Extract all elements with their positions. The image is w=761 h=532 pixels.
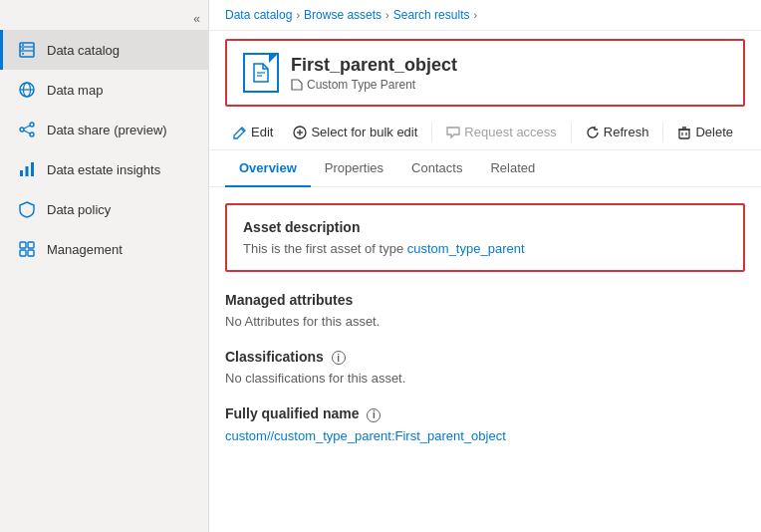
bulk-edit-button[interactable]: Select for bulk edit [285, 121, 425, 143]
breadcrumb-search-results[interactable]: Search results [393, 8, 470, 22]
map-icon [17, 80, 37, 100]
asset-type-label: Custom Type Parent [291, 78, 457, 92]
chat-icon [446, 126, 460, 139]
management-icon [17, 239, 37, 259]
breadcrumb-data-catalog[interactable]: Data catalog [225, 8, 292, 22]
refresh-button[interactable]: Refresh [578, 121, 657, 143]
tab-contacts[interactable]: Contacts [397, 150, 476, 187]
asset-title-group: First_parent_object Custom Type Parent [291, 55, 457, 92]
sidebar: « Data catalog Data map Data share (prev… [0, 0, 209, 532]
svg-rect-16 [31, 162, 34, 176]
sidebar-item-data-map[interactable]: Data map [0, 70, 208, 110]
fully-qualified-name-info-icon[interactable]: i [367, 408, 380, 422]
toolbar-separator-1 [431, 123, 432, 142]
fully-qualified-name-title: Fully qualified name i [225, 405, 745, 421]
asset-description-title: Asset description [243, 219, 727, 235]
svg-point-3 [22, 44, 24, 46]
toolbar-separator-3 [662, 123, 663, 142]
breadcrumb-sep-3: › [473, 9, 477, 21]
tab-properties[interactable]: Properties [311, 150, 397, 187]
sidebar-item-label: Data policy [47, 202, 111, 217]
tab-related[interactable]: Related [476, 150, 549, 187]
catalog-icon [17, 40, 37, 60]
insights-icon [17, 159, 37, 179]
svg-rect-14 [20, 170, 23, 176]
toolbar-separator-2 [571, 123, 572, 142]
breadcrumb-sep-1: › [296, 9, 300, 21]
fully-qualified-name-value: custom//custom_type_parent:First_parent_… [225, 428, 745, 443]
asset-type-link[interactable]: custom_type_parent [407, 241, 525, 256]
sidebar-item-label: Data share (preview) [47, 123, 167, 137]
content-area: Asset description This is the first asse… [209, 187, 761, 532]
sidebar-collapse-button[interactable]: « [0, 8, 208, 30]
svg-line-12 [24, 126, 30, 129]
svg-point-5 [22, 53, 24, 55]
tab-overview[interactable]: Overview [225, 150, 311, 187]
svg-rect-19 [20, 250, 26, 256]
delete-button[interactable]: Delete [669, 121, 741, 143]
svg-rect-17 [20, 242, 26, 248]
sidebar-item-label: Management [47, 242, 123, 257]
svg-point-9 [30, 123, 34, 127]
asset-name: First_parent_object [291, 55, 457, 76]
breadcrumb-sep-2: › [385, 9, 389, 21]
sidebar-item-data-catalog[interactable]: Data catalog [0, 30, 208, 70]
edit-icon [233, 126, 247, 139]
svg-line-13 [24, 131, 30, 133]
classifications-empty: No classifications for this asset. [225, 371, 745, 386]
asset-type-icon [243, 53, 279, 93]
request-access-button[interactable]: Request access [438, 121, 565, 143]
svg-point-4 [22, 48, 24, 50]
classifications-section: Classifications i No classifications for… [225, 349, 745, 386]
managed-attributes-empty: No Attributes for this asset. [225, 314, 745, 329]
plus-circle-icon [293, 126, 307, 139]
sidebar-item-data-policy[interactable]: Data policy [0, 189, 208, 229]
sidebar-item-management[interactable]: Management [0, 229, 208, 269]
delete-icon [677, 126, 691, 139]
policy-icon [17, 199, 37, 219]
asset-header: First_parent_object Custom Type Parent [225, 39, 745, 107]
tabs: Overview Properties Contacts Related [209, 150, 761, 187]
refresh-icon [586, 126, 600, 139]
svg-point-10 [20, 128, 24, 132]
share-icon [17, 120, 37, 139]
svg-rect-15 [26, 166, 29, 176]
breadcrumb: Data catalog › Browse assets › Search re… [209, 0, 761, 31]
sidebar-item-data-share[interactable]: Data share (preview) [0, 110, 208, 149]
breadcrumb-browse-assets[interactable]: Browse assets [304, 8, 381, 22]
asset-type-icon-small [291, 79, 303, 91]
sidebar-item-label: Data estate insights [47, 162, 160, 177]
managed-attributes-section: Managed attributes No Attributes for thi… [225, 292, 745, 329]
sidebar-item-label: Data catalog [47, 43, 120, 58]
svg-point-11 [30, 133, 34, 136]
classifications-info-icon[interactable]: i [332, 351, 346, 365]
sidebar-item-label: Data map [47, 83, 103, 98]
asset-description-section: Asset description This is the first asse… [225, 203, 745, 272]
main-content: Data catalog › Browse assets › Search re… [209, 0, 761, 532]
fully-qualified-name-section: Fully qualified name i custom//custom_ty… [225, 405, 745, 442]
svg-rect-27 [679, 130, 689, 138]
managed-attributes-title: Managed attributes [225, 292, 745, 308]
classifications-title: Classifications i [225, 349, 745, 365]
toolbar: Edit Select for bulk edit Request access… [209, 115, 761, 150]
edit-button[interactable]: Edit [225, 121, 281, 143]
sidebar-item-data-estate[interactable]: Data estate insights [0, 149, 208, 189]
asset-description-text: This is the first asset of type custom_t… [243, 241, 727, 256]
svg-rect-20 [28, 250, 34, 256]
svg-rect-18 [28, 242, 34, 248]
fully-qualified-name-link[interactable]: custom//custom_type_parent:First_parent_… [225, 428, 506, 443]
